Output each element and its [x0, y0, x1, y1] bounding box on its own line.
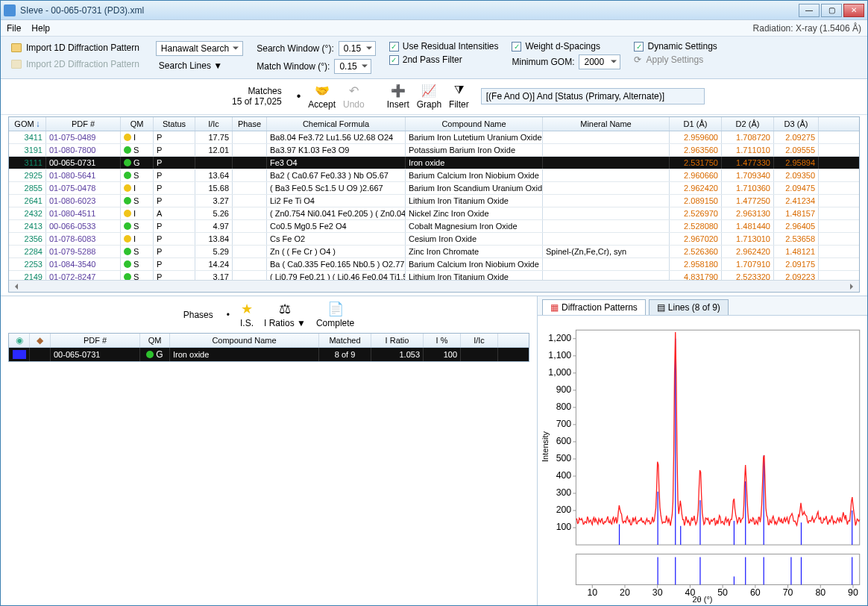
column-header[interactable]: I Ratio — [371, 334, 424, 347]
apply-settings-button[interactable]: ⟳ Apply Settings — [634, 54, 717, 65]
search-window-input[interactable]: 0.15 — [339, 41, 376, 56]
table-row[interactable]: 214901-072-8247SP3.17( Li0.79 Fe0.21 ) (… — [9, 271, 859, 280]
complete-button[interactable]: 📄Complete — [316, 301, 354, 328]
horizontal-scrollbar[interactable] — [9, 280, 859, 292]
x-axis-label: 2θ (°) — [692, 595, 712, 604]
phase-row[interactable]: 00-065-0731 G Iron oxide 8 of 9 1.053 10… — [9, 348, 529, 361]
column-header[interactable]: PDF # — [51, 334, 140, 347]
column-header[interactable]: Matched — [319, 334, 371, 347]
min-gom-input[interactable]: 2000 — [579, 54, 620, 69]
table-row[interactable]: 285501-075-0478IP15.68( Ba3 Fe0.5 Sc1.5 … — [9, 182, 859, 195]
matches-table: GOM↓PDF #QMStatusI/IcPhaseChemical Formu… — [8, 116, 860, 293]
use-residual-checkbox[interactable]: ✓Use Residual Intensities — [389, 41, 499, 51]
search-lines-button[interactable]: Search Lines ▼ — [156, 59, 243, 72]
table-row[interactable]: 319101-080-7800SP12.01Ba3.97 K1.03 Fe3 O… — [9, 144, 859, 157]
column-header[interactable]: Mineral Name — [543, 117, 670, 131]
diffraction-chart[interactable]: Intensity 1002003004005006007008009001,0… — [538, 316, 867, 605]
phases-pane: Phases • ★I.S. ⚖I Ratios ▼ 📄Complete ◉◆P… — [1, 296, 538, 605]
column-header[interactable]: D1 (Å) — [670, 117, 722, 131]
is-button[interactable]: ★I.S. — [240, 301, 254, 328]
dynamic-settings-checkbox[interactable]: ✓Dynamic Settings — [634, 41, 717, 51]
svg-text:700: 700 — [556, 419, 572, 429]
graph-icon: 📈 — [421, 82, 437, 99]
search-window-label: Search Window (°): — [257, 43, 334, 54]
table-row[interactable]: 292501-080-5641SP13.64Ba2 ( Ca0.67 Fe0.3… — [9, 169, 859, 182]
close-button[interactable]: ✕ — [843, 4, 864, 17]
import-1d-label: Import 1D Diffraction Pattern — [26, 43, 139, 53]
column-header[interactable]: ◆ — [30, 334, 51, 347]
svg-text:10: 10 — [587, 587, 597, 598]
column-header[interactable]: Compound Name — [406, 117, 543, 131]
window-title: SIeve - 00-065-0731 (PD3).xml — [20, 5, 799, 16]
svg-text:300: 300 — [556, 487, 572, 498]
diamond-icon: ◆ — [37, 335, 43, 346]
undo-button[interactable]: ↶Undo — [343, 82, 365, 110]
svg-text:30: 30 — [652, 587, 663, 598]
table-row[interactable]: 235601-078-6083IP13.84Cs Fe O2Cesium Iro… — [9, 233, 859, 246]
column-header[interactable]: I % — [424, 334, 461, 347]
graph-button[interactable]: 📈Graph — [417, 82, 441, 110]
svg-text:500: 500 — [556, 453, 572, 463]
svg-text:20: 20 — [620, 587, 630, 598]
table-row[interactable]: 243201-080-4511IA5.26( Zn0.754 Ni0.041 F… — [9, 207, 859, 220]
column-header[interactable]: Chemical Formula — [267, 117, 406, 131]
column-header[interactable]: ◉ — [9, 334, 30, 347]
y-axis-label: Intensity — [541, 431, 550, 462]
maximize-button[interactable]: ▢ — [821, 4, 842, 17]
table-row[interactable]: 341101-075-0489IP17.75Ba8.04 Fe3.72 Lu1.… — [9, 131, 859, 144]
column-header[interactable]: I/Ic — [195, 117, 233, 131]
column-header[interactable]: GOM↓ — [9, 117, 46, 131]
import-1d-button[interactable]: Import 1D Diffraction Pattern — [8, 41, 142, 54]
color-chip — [13, 350, 26, 359]
minimize-button[interactable]: — — [799, 4, 820, 17]
filter-expression[interactable]: [(Fe And O)] And [Status (Primary, Alter… — [481, 88, 705, 104]
insert-icon: ➕ — [390, 82, 406, 99]
svg-text:1,000: 1,000 — [548, 367, 571, 378]
undo-icon: ↶ — [345, 82, 362, 99]
accept-button[interactable]: 🤝Accept — [308, 82, 336, 110]
svg-text:200: 200 — [556, 505, 572, 515]
second-pass-checkbox[interactable]: ✓2nd Pass Filter — [389, 54, 499, 65]
radiation-label: Radiation: X-ray (1.5406 Å) — [753, 23, 861, 34]
tab-lines[interactable]: ▤Lines (8 of 9) — [649, 299, 729, 315]
iratios-button[interactable]: ⚖I Ratios ▼ — [264, 301, 306, 328]
table-row[interactable]: 264101-080-6023SP3.27Li2 Fe Ti O4Lithium… — [9, 195, 859, 207]
table-row[interactable]: 311100-065-0731GPFe3 O4Iron oxide2.53175… — [9, 157, 859, 169]
filter-button[interactable]: ⧩Filter — [449, 82, 469, 110]
svg-text:400: 400 — [556, 470, 572, 481]
table-row[interactable]: 225301-084-3540SP14.24Ba ( Ca0.335 Fe0.1… — [9, 258, 859, 271]
column-header[interactable]: D2 (Å) — [722, 117, 774, 131]
weight-d-checkbox[interactable]: ✓Weight d-Spacings — [512, 41, 620, 51]
menu-help[interactable]: Help — [31, 23, 50, 34]
svg-text:70: 70 — [783, 587, 793, 598]
match-window-label: Match Window (°): — [257, 61, 330, 72]
folder-icon — [11, 43, 22, 52]
svg-text:90: 90 — [848, 587, 858, 598]
svg-text:1,100: 1,100 — [548, 350, 571, 360]
tab-diffraction-patterns[interactable]: ▦Diffraction Patterns — [542, 299, 646, 315]
phases-label: Phases — [183, 310, 213, 320]
column-header[interactable]: PDF # — [46, 117, 121, 131]
search-method-dropdown[interactable]: Hanawalt Search — [156, 41, 243, 56]
table-row[interactable]: 241300-066-0533SP4.97Co0.5 Mg0.5 Fe2 O4C… — [9, 220, 859, 233]
chart-pane: ▦Diffraction Patterns ▤Lines (8 of 9) In… — [538, 296, 867, 605]
action-bar: Matches 15 of 17,025 • 🤝Accept ↶Undo ➕In… — [1, 79, 867, 115]
match-window-input[interactable]: 0.15 — [334, 59, 371, 74]
import-2d-button[interactable]: Import 2D Diffraction Pattern — [8, 57, 142, 71]
insert-button[interactable]: ➕Insert — [387, 82, 409, 110]
chart-icon: ▦ — [550, 302, 559, 313]
weight-icon: ⚖ — [279, 301, 291, 317]
column-header[interactable]: D3 (Å) — [774, 117, 819, 131]
column-header[interactable]: QM — [121, 117, 154, 131]
matches-count: Matches 15 of 17,025 — [232, 86, 282, 107]
svg-rect-35 — [576, 554, 859, 584]
svg-text:60: 60 — [750, 587, 761, 598]
svg-text:600: 600 — [556, 436, 572, 446]
table-row[interactable]: 228401-079-5288SP5.29Zn ( ( Fe Cr ) O4 )… — [9, 246, 859, 258]
column-header[interactable]: QM — [140, 334, 170, 347]
column-header[interactable]: Status — [154, 117, 195, 131]
menu-file[interactable]: File — [7, 23, 21, 34]
column-header[interactable]: Phase — [233, 117, 267, 131]
column-header[interactable]: Compound Name — [170, 334, 319, 347]
column-header[interactable]: I/Ic — [461, 334, 498, 347]
